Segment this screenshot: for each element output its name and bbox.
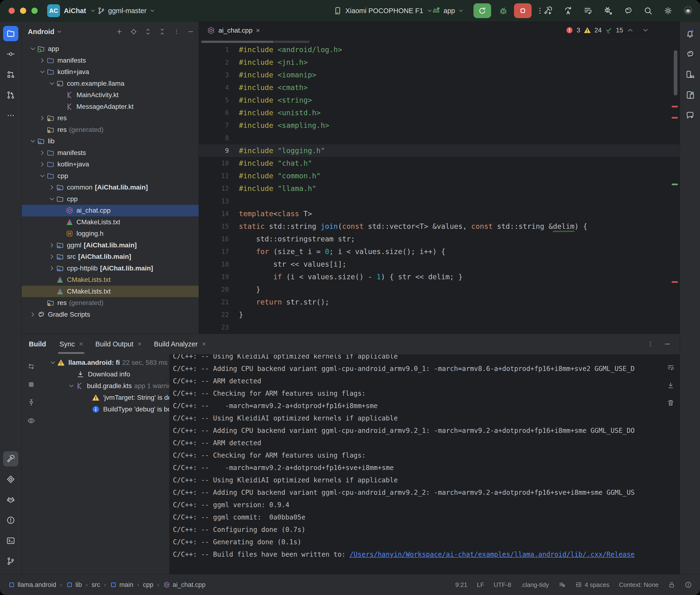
code-editor[interactable]: 1#include <android/log.h>2#include <jni.… xyxy=(199,39,680,334)
tree-item-gradle-scripts[interactable]: Gradle Scripts xyxy=(22,309,199,320)
tree-item-cpp-httplib[interactable]: cpp-httplib[AiChat.lib.main] xyxy=(22,263,199,274)
code-line-8[interactable]: 8 xyxy=(199,132,680,144)
build-console[interactable]: C/C++: -- Using KleidiAI optimized kerne… xyxy=(169,354,680,574)
hide-icon[interactable] xyxy=(187,28,194,35)
close-tab-icon[interactable]: × xyxy=(256,26,260,34)
tool-stripe-problems[interactable] xyxy=(3,513,18,528)
sync-tree-item[interactable]: 'jvmTarget: String' is deprec xyxy=(41,392,169,403)
tree-item-cmakelists-txt[interactable]: CMakeLists.txt xyxy=(22,274,199,286)
line-separator-widget[interactable]: LF xyxy=(477,581,484,589)
tool-stripe-project[interactable] xyxy=(3,26,18,41)
breadcrumb-ai-chat-cpp[interactable]: ai_chat.cpp xyxy=(163,581,205,589)
tool-stripe-terminal[interactable] xyxy=(3,533,18,548)
breadcrumb-cpp[interactable]: cpp xyxy=(143,581,153,589)
encoding-widget[interactable]: UTF-8 xyxy=(494,581,511,589)
zoom-window-button[interactable] xyxy=(31,8,38,14)
tool-stripe-logcat[interactable] xyxy=(3,492,18,507)
tree-item-kotlin-java[interactable]: kotlin+java xyxy=(22,66,199,78)
collapse-all-icon[interactable] xyxy=(159,28,166,35)
tree-item-manifests[interactable]: manifests xyxy=(22,55,199,66)
stop-app-button[interactable] xyxy=(514,3,532,18)
code-line-1[interactable]: 1#include <android/log.h> xyxy=(199,43,680,56)
code-line-19[interactable]: 19 if (i < values.size() - 1) { str << d… xyxy=(199,271,680,283)
chevron-down-icon[interactable] xyxy=(56,29,62,35)
sync-tree-item[interactable]: llama.android: fi22 sec, 583 ms xyxy=(41,357,169,368)
formatter-icon[interactable] xyxy=(559,581,566,588)
tree-item-kotlin-java[interactable]: kotlin+java xyxy=(22,159,199,170)
plus-icon[interactable] xyxy=(116,28,123,35)
sync-tree-item[interactable]: BuildType 'debug' is both de xyxy=(41,403,169,415)
breadcrumb-llama-android[interactable]: llama.android xyxy=(8,581,56,589)
vcs-branch-widget[interactable]: ggml-master xyxy=(97,0,156,22)
code-line-17[interactable]: 17 for (size_t i = 0; i < values.size();… xyxy=(199,245,680,258)
error-stripe-mark[interactable] xyxy=(672,281,678,283)
code-line-20[interactable]: 20 } xyxy=(199,283,680,296)
indent-widget[interactable]: 4 spaces xyxy=(575,581,610,589)
horizontal-scrollbar[interactable] xyxy=(201,41,274,43)
code-line-9[interactable]: 9#include "logging.h" xyxy=(199,144,680,157)
tree-item-mainactivity-kt[interactable]: MainActivity.kt xyxy=(22,89,199,101)
breadcrumb-lib[interactable]: lib xyxy=(66,581,82,589)
build-panel-options-icon[interactable] xyxy=(646,340,654,348)
eye-icon[interactable] xyxy=(27,417,35,425)
code-line-2[interactable]: 2#include <jni.h> xyxy=(199,56,680,68)
tree-item-manifests[interactable]: manifests xyxy=(22,147,199,159)
code-line-18[interactable]: 18 str << values[i]; xyxy=(199,258,680,271)
next-problem-icon[interactable] xyxy=(642,26,649,34)
code-line-22[interactable]: 22} xyxy=(199,308,680,321)
error-stripe-mark[interactable] xyxy=(672,117,678,119)
tree-item-cpp[interactable]: cpp xyxy=(22,170,199,182)
hide-build-panel-icon[interactable] xyxy=(664,340,671,348)
pin-icon[interactable] xyxy=(27,399,35,407)
tree-item-res[interactable]: res xyxy=(22,112,199,124)
project-widget[interactable]: AC AiChat xyxy=(47,0,96,22)
code-line-14[interactable]: 14template<class T> xyxy=(199,207,680,220)
gradle-sync-icon[interactable] xyxy=(623,6,633,16)
tree-item-src[interactable]: src[AiChat.lib.main] xyxy=(22,251,199,263)
tree-item-com-example-llama[interactable]: com.example.llama xyxy=(22,78,199,89)
soft-wrap-icon[interactable] xyxy=(667,364,674,371)
expand-all-icon[interactable] xyxy=(144,28,151,35)
lock-open-icon[interactable] xyxy=(668,581,675,588)
trash-icon[interactable] xyxy=(667,399,674,407)
avatar-icon[interactable] xyxy=(683,6,693,16)
breadcrumb-main[interactable]: main xyxy=(110,581,133,589)
build-tab-build-output[interactable]: Build Output× xyxy=(95,334,141,354)
build-tab-sync[interactable]: Sync× xyxy=(60,334,83,354)
error-stripe-mark[interactable] xyxy=(672,106,678,107)
close-tab-icon[interactable]: × xyxy=(202,340,206,348)
run-configuration-selector[interactable]: app xyxy=(431,0,464,22)
context-widget[interactable]: Context: None xyxy=(619,581,659,589)
code-line-3[interactable]: 3#include <iomanip> xyxy=(199,68,680,81)
code-line-13[interactable]: 13 xyxy=(199,195,680,207)
tool-stripe-running-devices[interactable] xyxy=(682,87,698,103)
tree-item-res[interactable]: res(generated) xyxy=(22,297,199,309)
build-hammer-run-icon[interactable] xyxy=(543,6,553,16)
code-line-12[interactable]: 12#include "llama.h" xyxy=(199,182,680,195)
project-view-selector[interactable]: Android xyxy=(28,28,54,36)
tree-item-cmakelists-txt[interactable]: CMakeLists.txt xyxy=(22,286,199,298)
tool-stripe-structure[interactable] xyxy=(3,67,18,82)
settings-icon[interactable] xyxy=(663,6,673,16)
tool-stripe-commit[interactable] xyxy=(3,47,18,62)
device-selector[interactable]: Xiaomi POCOPHONE F1 xyxy=(333,0,433,22)
kebab-icon[interactable] xyxy=(173,28,180,35)
search-icon[interactable] xyxy=(643,6,653,16)
tool-stripe-version-control[interactable] xyxy=(3,554,18,569)
tree-item-ai-chat-cpp[interactable]: ai_chat.cpp xyxy=(22,205,199,217)
tool-stripe-gradle[interactable] xyxy=(682,47,698,62)
caret-position-widget[interactable]: 9:21 xyxy=(455,581,468,589)
tool-stripe-pull-requests[interactable] xyxy=(3,87,18,103)
previous-problem-icon[interactable] xyxy=(626,26,634,34)
code-line-15[interactable]: 15static std::string join(const std::vec… xyxy=(199,220,680,233)
tool-stripe-device-manager[interactable] xyxy=(682,67,698,82)
code-line-5[interactable]: 5#include <string> xyxy=(199,94,680,107)
code-line-23[interactable]: 23 xyxy=(199,321,680,334)
build-variants-icon[interactable] xyxy=(583,6,593,16)
code-line-11[interactable]: 11#include "common.h" xyxy=(199,170,680,182)
problems-indicator-icon[interactable] xyxy=(685,581,692,588)
tree-item-res[interactable]: res(generated) xyxy=(22,124,199,136)
sync-tree-item[interactable]: Download info xyxy=(41,368,169,380)
refresh-icon[interactable] xyxy=(27,362,35,370)
scroll-end-icon[interactable] xyxy=(667,381,674,389)
